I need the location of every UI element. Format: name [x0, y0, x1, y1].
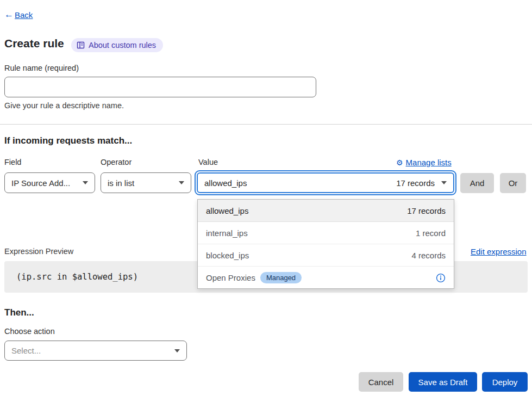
value-select-records: 17 records [396, 178, 435, 188]
rule-name-helper: Give your rule a descriptive name. [4, 101, 124, 110]
list-item-name: Open Proxies [206, 273, 255, 282]
managed-badge: Managed [260, 272, 302, 283]
value-select[interactable]: allowed_ips 17 records [197, 172, 454, 193]
rule-name-input[interactable] [4, 77, 316, 97]
chevron-down-icon [441, 181, 447, 184]
field-label: Field [4, 158, 21, 166]
list-item-open-proxies[interactable]: Open Proxies Managed [198, 267, 454, 289]
chevron-down-icon [83, 181, 88, 184]
list-item-records: 17 records [407, 206, 446, 215]
page-title: Create rule [4, 37, 64, 50]
deploy-button[interactable]: Deploy [482, 372, 528, 392]
list-item-records: 4 records [411, 251, 446, 260]
or-button[interactable]: Or [500, 173, 526, 193]
field-select[interactable]: IP Source Add... [4, 172, 95, 193]
chevron-down-icon [174, 349, 180, 352]
list-item-name: blocked_ips [206, 251, 249, 260]
value-label: Value [198, 158, 218, 166]
section-divider [0, 124, 532, 125]
list-item-blocked-ips[interactable]: blocked_ips 4 records [198, 244, 454, 267]
expression-code: (ip.src in $allowed_ips) [16, 272, 138, 282]
cancel-button[interactable]: Cancel [359, 372, 403, 392]
and-button[interactable]: And [460, 173, 494, 193]
create-rule-page: ←Back Create rule About custom rules Rul… [0, 0, 532, 402]
list-item-allowed-ips[interactable]: allowed_ips 17 records [198, 200, 454, 222]
action-select-placeholder: Select... [11, 346, 41, 355]
chevron-down-icon [179, 181, 184, 184]
expression-preview-label: Expression Preview [4, 247, 73, 256]
value-select-value: allowed_ips [204, 178, 247, 188]
manage-lists-label: Manage lists [406, 158, 452, 167]
edit-expression-link[interactable]: Edit expression [471, 247, 527, 256]
operator-select[interactable]: is in list [101, 172, 191, 193]
back-link[interactable]: ←Back [4, 9, 33, 20]
list-item-name: allowed_ips [206, 206, 248, 215]
rule-name-label: Rule name (required) [4, 64, 79, 72]
field-select-value: IP Source Add... [11, 178, 70, 188]
then-section-heading: Then... [4, 307, 34, 318]
back-link-label: Back [15, 10, 33, 20]
operator-select-value: is in list [108, 178, 134, 188]
about-badge-label: About custom rules [89, 41, 156, 50]
list-item-internal-ips[interactable]: internal_ips 1 record [198, 222, 454, 244]
action-select[interactable]: Select... [4, 341, 187, 361]
about-custom-rules-link[interactable]: About custom rules [71, 38, 163, 52]
match-section-heading: If incoming requests match... [4, 135, 132, 146]
list-item-records: 1 record [416, 228, 446, 238]
choose-action-label: Choose action [4, 327, 55, 336]
operator-label: Operator [101, 158, 132, 166]
value-dropdown-panel: allowed_ips 17 records internal_ips 1 re… [197, 199, 454, 289]
info-icon[interactable] [436, 273, 446, 283]
value-select-focus-ring: allowed_ips 17 records [195, 170, 456, 195]
manage-lists-link[interactable]: ⚙ Manage lists [396, 158, 452, 167]
list-item-name: internal_ips [206, 228, 248, 238]
gear-icon: ⚙ [396, 158, 403, 167]
save-as-draft-button[interactable]: Save as Draft [409, 372, 477, 392]
back-arrow-icon: ← [4, 9, 14, 20]
book-icon [77, 41, 85, 49]
